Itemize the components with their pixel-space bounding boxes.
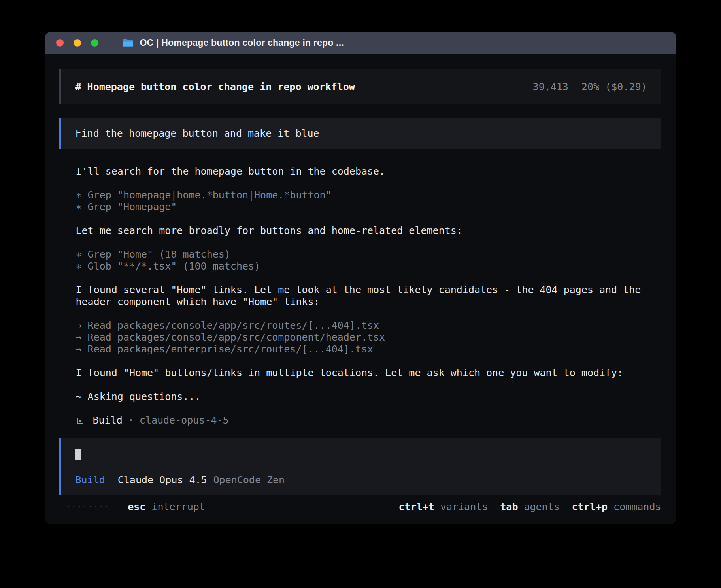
close-button[interactable]	[56, 39, 64, 47]
input-agent-name[interactable]: Build	[75, 474, 105, 486]
input-provider-name: OpenCode Zen	[213, 474, 285, 486]
assistant-text: Let me search more broadly for buttons a…	[76, 225, 661, 237]
session-title: # Homepage button color change in repo w…	[75, 81, 355, 92]
status-bar-right: ctrl+t variants tab agents ctrl+p comman…	[399, 501, 661, 513]
tool-call-read: → Read packages/console/app/src/routes/[…	[76, 320, 661, 332]
shortcut-key: ctrl+p	[572, 501, 608, 513]
agent-model: claude-opus-4-5	[140, 415, 229, 426]
separator-dot: ·	[128, 415, 134, 426]
assistant-text: I'll search for the homepage button in t…	[76, 166, 661, 177]
assistant-text: I found "Home" buttons/links in multiple…	[76, 367, 661, 379]
tool-call-glob: ∗ Glob "**/*.tsx" (100 matches)	[76, 260, 661, 272]
status-bar: ········ esc interrupt ctrl+t variants t…	[66, 501, 661, 513]
traffic-lights	[56, 39, 98, 47]
input-meta: Build Claude Opus 4.5 OpenCode Zen	[75, 474, 647, 486]
shortcut-label: variants	[440, 501, 488, 513]
folder-icon	[122, 38, 134, 48]
tool-call-read: → Read packages/console/app/src/componen…	[76, 332, 661, 343]
esc-key-label: interrupt	[151, 501, 205, 513]
tool-call-grep: ∗ Grep "homepage|home.*button|Home.*butt…	[76, 189, 661, 201]
tool-call-grep: ∗ Grep "Home" (18 matches)	[76, 249, 661, 260]
shortcut-key: ctrl+t	[399, 501, 434, 513]
agent-box-icon	[77, 418, 83, 424]
working-status: ~ Asking questions...	[76, 391, 661, 403]
user-message-text: Find the homepage button and make it blu…	[75, 128, 319, 139]
text-cursor	[75, 449, 81, 460]
user-message: Find the homepage button and make it blu…	[59, 118, 661, 149]
spinner-dots: ········	[66, 503, 110, 511]
agent-status-row: Build · claude-opus-4-5	[76, 415, 661, 426]
assistant-text: I found several "Home" links. Let me loo…	[76, 284, 661, 308]
window-titlebar[interactable]: OC | Homepage button color change in rep…	[45, 32, 676, 54]
input-model-name[interactable]: Claude Opus 4.5	[118, 474, 207, 486]
prompt-input[interactable]: Build Claude Opus 4.5 OpenCode Zen	[59, 438, 661, 495]
zoom-button[interactable]	[91, 39, 98, 47]
agent-name: Build	[93, 415, 123, 426]
terminal-window: OC | Homepage button color change in rep…	[45, 32, 676, 524]
shortcut-variants: ctrl+t variants	[399, 501, 488, 513]
session-header: # Homepage button color change in repo w…	[59, 69, 661, 104]
window-title: OC | Homepage button color change in rep…	[140, 38, 344, 48]
tool-call-grep: ∗ Grep "Homepage"	[76, 201, 661, 213]
context-usage: 20% ($0.29)	[581, 81, 647, 92]
session-stats: 39,413 20% ($0.29)	[533, 81, 647, 92]
tool-call-read: → Read packages/enterprise/src/routes/[.…	[76, 343, 661, 355]
title-group: OC | Homepage button color change in rep…	[122, 38, 344, 48]
assistant-transcript: I'll search for the homepage button in t…	[76, 166, 661, 426]
shortcut-commands: ctrl+p commands	[572, 501, 661, 513]
terminal-content: # Homepage button color change in repo w…	[45, 54, 676, 513]
esc-key-hint: esc	[128, 501, 145, 513]
shortcut-label: commands	[613, 501, 661, 513]
token-count: 39,413	[533, 81, 568, 92]
tool-call-group: ∗ Grep "homepage|home.*button|Home.*butt…	[76, 189, 661, 213]
shortcut-agents: tab agents	[500, 501, 559, 513]
tool-call-group: → Read packages/console/app/src/routes/[…	[76, 320, 661, 355]
shortcut-label: agents	[524, 501, 559, 513]
shortcut-key: tab	[500, 501, 518, 513]
tool-call-group: ∗ Grep "Home" (18 matches) ∗ Glob "**/*.…	[76, 249, 661, 272]
minimize-button[interactable]	[74, 39, 81, 47]
status-bar-left: ········ esc interrupt	[66, 501, 205, 513]
